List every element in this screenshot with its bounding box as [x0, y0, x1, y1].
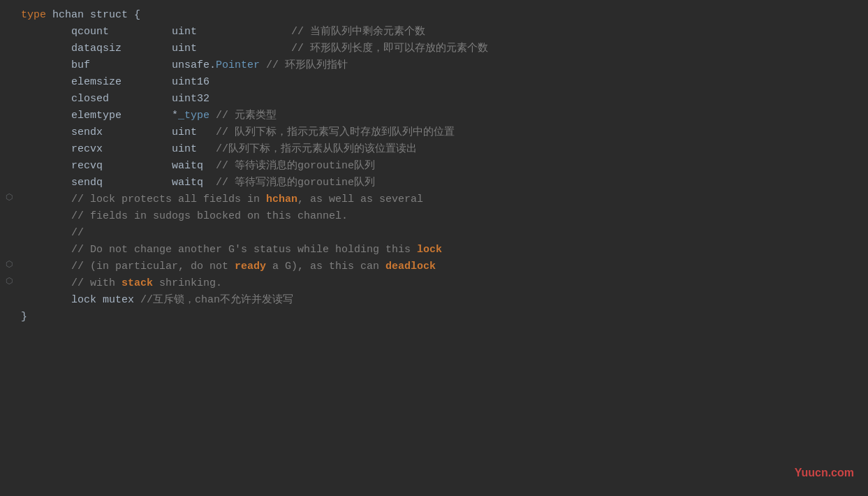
code-token: sendq waitq [21, 175, 216, 191]
gutter-icon: ⬡ [6, 191, 13, 205]
code-token: 环形队列长度，即可以存放的元素个数 [310, 41, 488, 57]
gutter-icon: ⬡ [6, 258, 13, 272]
code-token: struct { [90, 7, 140, 24]
code-token: // [216, 124, 235, 141]
code-line: elemtype *_type // 元素类型 [21, 108, 854, 124]
code-token: hchan [266, 191, 297, 208]
code-line: recvq waitq // 等待读消息的goroutine队列 [21, 158, 854, 175]
code-token: qcount uint [21, 24, 291, 41]
code-token: // Do not change another G's status whil… [21, 242, 417, 258]
code-line: sendx uint // 队列下标，指示元素写入时存放到队列中的位置 [21, 124, 854, 141]
code-line: dataqsiz uint // 环形队列长度，即可以存放的元素个数 [21, 41, 854, 57]
code-token: buf unsafe. [21, 57, 216, 74]
code-line: // Do not change another G's status whil… [21, 242, 854, 258]
code-token: , as well as several [297, 191, 423, 208]
code-token: } [21, 309, 27, 326]
code-token: deadlock [385, 258, 436, 275]
code-line: // [21, 225, 854, 242]
code-token: // [216, 158, 235, 175]
code-line: sendq waitq // 等待写消息的goroutine队列 [21, 175, 854, 191]
code-token: type [21, 7, 52, 24]
code-line: ⬡ // with stack shrinking. [21, 275, 854, 292]
code-line: } [21, 309, 854, 326]
code-token: ready [235, 258, 266, 275]
code-token: // [291, 41, 310, 57]
code-token: // with [21, 275, 122, 292]
code-token: sendx uint [21, 124, 216, 141]
code-line: type hchan struct { [21, 7, 854, 24]
code-token: 队列下标，指示元素写入时存放到队列中的位置 [235, 124, 455, 141]
code-line: closed uint32 [21, 91, 854, 108]
code-token: //队列下标，指示元素从队列的该位置读出 [216, 141, 417, 158]
code-token: // fields in sudogs blocked on this chan… [21, 208, 348, 225]
code-token: stack [122, 275, 153, 292]
code-token: hchan [52, 7, 90, 24]
gutter-icon: ⬡ [6, 275, 13, 289]
code-token: 当前队列中剩余元素个数 [310, 24, 425, 41]
code-token: _type [178, 108, 209, 124]
code-line: buf unsafe.Pointer // 环形队列指针 [21, 57, 854, 74]
watermark: Yuucn.com [795, 464, 854, 482]
code-token: // (in particular, do not [21, 258, 235, 275]
code-token: //互斥锁，chan不允许并发读写 [140, 292, 293, 309]
code-token: elemtype * [21, 108, 178, 124]
code-token: // [260, 57, 285, 74]
code-token: lock [417, 242, 442, 258]
code-line: lock mutex //互斥锁，chan不允许并发读写 [21, 292, 854, 309]
code-line: ⬡ // (in particular, do not ready a G), … [21, 258, 854, 275]
code-token: shrinking. [153, 275, 222, 292]
code-token: // [21, 225, 84, 242]
code-token: 环形队列指针 [285, 57, 348, 74]
code-line: qcount uint // 当前队列中剩余元素个数 [21, 24, 854, 41]
code-line: recvx uint //队列下标，指示元素从队列的该位置读出 [21, 141, 854, 158]
code-token: 等待读消息的goroutine队列 [235, 158, 375, 175]
code-token: Pointer [216, 57, 260, 74]
code-token: recvq waitq [21, 158, 216, 175]
code-token: elemsize uint16 [21, 74, 209, 91]
code-token: // [209, 108, 235, 124]
code-line: // fields in sudogs blocked on this chan… [21, 208, 854, 225]
code-line: elemsize uint16 [21, 74, 854, 91]
code-token: // [216, 175, 235, 191]
code-token: lock mutex [21, 292, 140, 309]
code-token: // lock protects all fields in [21, 191, 266, 208]
code-line: ⬡ // lock protects all fields in hchan, … [21, 191, 854, 208]
code-block: type hchan struct { qcount uint // 当前队列中… [0, 0, 868, 333]
code-token: a G), as this can [266, 258, 385, 275]
code-token: recvx uint [21, 141, 216, 158]
code-token: 元素类型 [235, 108, 277, 124]
code-token: closed uint32 [21, 91, 209, 108]
code-token: dataqsiz uint [21, 41, 291, 57]
code-token: // [291, 24, 310, 41]
code-token: 等待写消息的goroutine队列 [235, 175, 375, 191]
